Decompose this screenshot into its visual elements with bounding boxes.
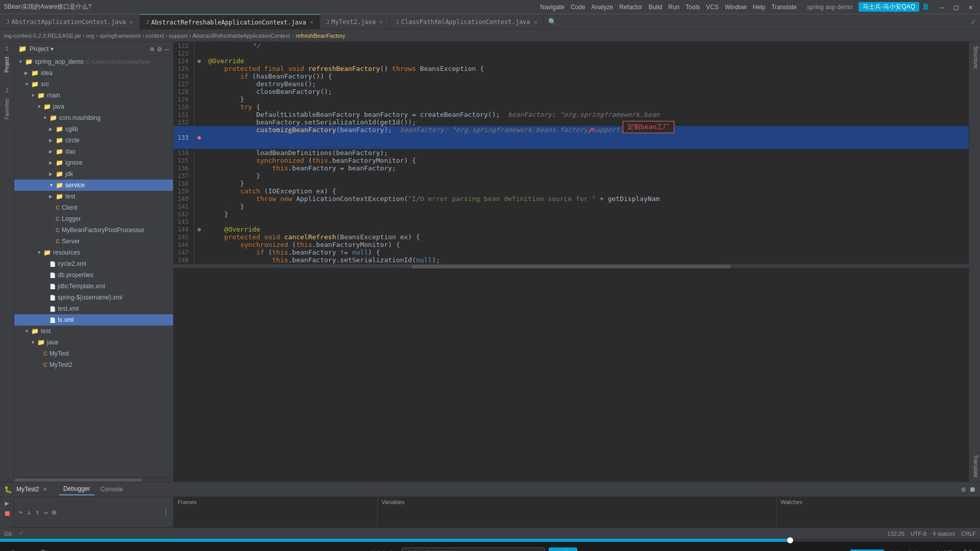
resume-btn[interactable]: ▶ [5,499,9,507]
tree-item-project-root[interactable]: ▼ 📁 spring_aop_demo C:\Users\p\c\Desktop… [14,56,173,67]
list-item[interactable]: ▼ 📁 resources [14,247,173,258]
close-icon[interactable]: × [534,19,537,25]
tab-classpathxml-application-context[interactable]: J ClassPathXmlApplicationContext.java × [389,14,544,30]
indent-indicator[interactable]: 4 spaces [933,531,955,537]
translate-label[interactable]: Structure [969,42,980,73]
debug-settings-icon[interactable]: ⚙ [962,485,966,493]
translate-tab[interactable]: Translate [969,450,980,482]
maximize-btn[interactable]: □ [951,2,961,12]
table-row: 136 this.beanFactory = beanFactory; [174,164,969,172]
list-item[interactable]: ▼ 📁 main [14,90,173,101]
close-debug-session[interactable]: × [43,486,47,493]
next-btn[interactable]: ⏭ [23,549,32,552]
minimize-btn[interactable]: — [937,2,947,12]
encoding-indicator[interactable]: UTF-8 [911,531,926,537]
list-item[interactable]: 📄 jdbcTemplate.xml [14,281,173,292]
sidebar-icon-2[interactable]: ⚙ [157,45,161,53]
video-progress-container[interactable] [0,539,980,542]
list-item[interactable]: C Server [14,236,173,247]
debug-record-icon[interactable]: ⏺ [969,485,976,493]
list-item[interactable]: ▼ 📁 com.mashibing [14,112,173,123]
list-item[interactable]: ▼ 📁 java [14,337,173,348]
list-item[interactable]: ▶ 📁 jdk [14,168,173,180]
menu-navigate[interactable]: Navigate [541,4,565,11]
sidebar-item-service[interactable]: ▼ 📁 service [14,180,173,191]
list-item[interactable]: 📄 spring-${username}.xml [14,292,173,303]
code-line: DefaultListableBeanFactory beanFactory =… [204,111,969,118]
sidebar-title[interactable]: Project ▾ [30,45,54,53]
list-item[interactable]: 📄 db.properties [14,269,173,281]
fullscreen-icon[interactable]: ⛶ [964,549,972,552]
tab-mytest2[interactable]: J MyTest2.java × [320,14,389,30]
menu-tools[interactable]: Tools [685,4,700,11]
danmaku-send-btn[interactable]: 发送 [549,547,577,552]
settings-icon[interactable]: ⚙ [924,549,929,552]
menu-analyze[interactable]: Analyze [592,4,614,11]
step-into-btn[interactable]: ↓ [27,508,31,516]
bottom-tool-tabs: 🐛 MyTest2 × Debugger Console ⚙ ⏺ [0,482,980,497]
tab-abstract-refreshable-application-context[interactable]: J AbstractRefreshableApplicationContext.… [140,14,320,30]
close-icon[interactable]: × [310,19,313,25]
tab-abstract-application-context[interactable]: J AbstractApplicationContext.java × [0,14,140,30]
menu-translate[interactable]: Translate [771,4,797,11]
list-item[interactable]: 📄 tx.xml [14,314,173,325]
menu-run[interactable]: Run [668,4,679,11]
evaluate-btn[interactable]: ⊞ [52,508,56,516]
menu-window[interactable]: Window [725,4,747,11]
line-num: 137 [174,172,194,180]
list-item[interactable]: ▶ 📁 test [14,191,173,202]
close-btn[interactable]: × [966,2,976,12]
step-over-btn[interactable]: ↷ [18,508,22,516]
stop-btn[interactable]: ⏹ [4,509,11,517]
more-debug-btn[interactable]: ⋮ [163,509,169,516]
list-item[interactable]: ▶ 📁 ignore [14,157,173,168]
list-item[interactable]: ▶ 📁 idea [14,67,173,79]
sidebar-scrollbar[interactable] [14,478,173,482]
list-item[interactable]: ▶ 📁 dao [14,146,173,157]
speed-label[interactable]: 倍速 [906,549,919,552]
list-item[interactable]: 📄 cycle2.xml [14,258,173,269]
close-icon[interactable]: × [130,19,133,25]
video-progress-handle[interactable] [787,537,793,543]
list-item[interactable]: 📄 test.xml [14,303,173,314]
list-item[interactable]: C MyTest2 [14,359,173,370]
list-item[interactable]: ▶ 📁 circle [14,135,173,146]
table-row: 140 throw new ApplicationContextExceptio… [174,195,969,203]
list-item[interactable]: C Logger [14,213,173,224]
play-pause-btn[interactable]: ⏸ [8,548,17,552]
menu-help[interactable]: Help [753,4,766,11]
tab-debugger[interactable]: Debugger [59,483,94,495]
horizontal-scrollbar[interactable] [174,264,969,268]
list-item[interactable]: ▶ 📁 cglib [14,123,173,135]
sidebar-icon-1[interactable]: ⊕ [150,45,154,53]
crlf-indicator[interactable]: CRLF [961,531,976,537]
menu-build[interactable]: Build [649,4,663,11]
list-item[interactable]: C MyBeanFactoryPostProcessor [14,224,173,236]
close-icon[interactable]: × [380,19,383,25]
subtitle-btn[interactable]: 弹幕礼仪 › [370,549,398,552]
quality-badge[interactable]: 1080P 高清 [850,549,885,552]
line-num: 124 [174,57,194,65]
table-row: 132 beanFactory.setSerializationId(getId… [174,118,969,126]
step-out-btn[interactable]: ↑ [35,508,39,516]
vert-tab-favorites[interactable]: Favorites [3,95,11,122]
fullscreen-btn[interactable]: 跳过课程 [934,549,959,552]
menu-vcs[interactable]: VCS [706,4,719,11]
tab-console[interactable]: Console [96,484,127,495]
sidebar-icon-3[interactable]: — [165,45,169,53]
run-to-cursor-btn[interactable]: → [43,508,47,516]
code-scroll-area[interactable]: 122 */ 123 124 ● @Overr [174,42,969,482]
menu-refactor[interactable]: Refactor [619,4,642,11]
danmaku-input[interactable] [402,547,545,551]
menu-code[interactable]: Code [571,4,585,11]
list-item[interactable]: ▼ 📁 test [14,325,173,337]
tab-search[interactable]: 🔍 [544,14,560,29]
list-item[interactable]: ▼ 📁 src [14,79,173,90]
list-item[interactable]: ▼ 📁 java [14,101,173,112]
line-col-indicator[interactable]: 132:26 [887,531,904,537]
select-label[interactable]: 选集 [889,549,901,552]
table-row: 141 } [174,203,969,210]
vert-tab-project[interactable]: Project [3,54,11,76]
list-item[interactable]: C Client [14,202,173,213]
list-item[interactable]: C MyTest [14,348,173,359]
